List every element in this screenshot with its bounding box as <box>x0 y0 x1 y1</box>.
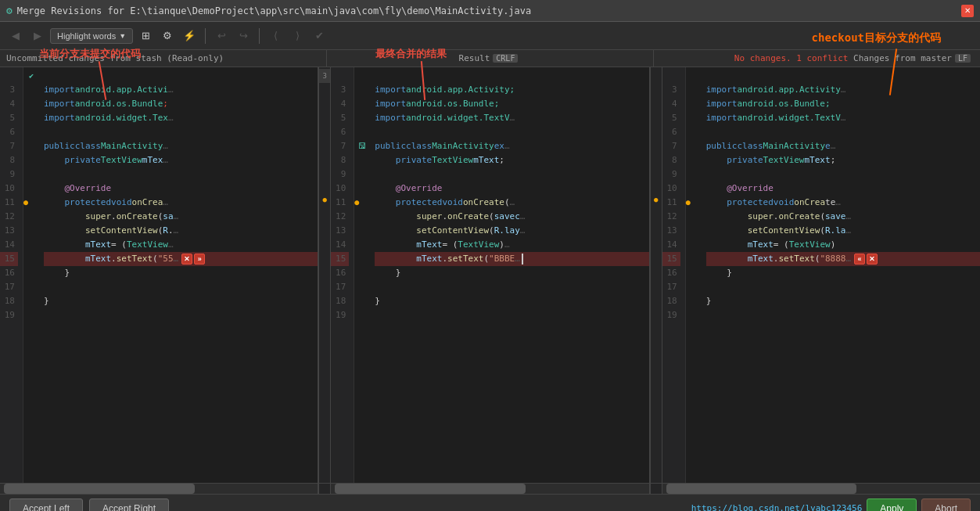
nav-prev-button[interactable]: ◀ <box>6 27 25 45</box>
status-middle: Result CRLF <box>327 50 654 67</box>
status-row: Uncommitted changes from stash (Read-onl… <box>0 50 980 67</box>
code-line: } <box>44 294 318 308</box>
highlight-words-label: Highlight words <box>57 31 116 41</box>
copy-right-button[interactable]: ⟩ <box>288 27 307 45</box>
code-line: mText = (TextView… <box>44 238 318 252</box>
abort-button[interactable]: Abort <box>921 498 971 512</box>
accept-right-left-btn[interactable]: « <box>854 254 865 264</box>
toolbar: ◀ ▶ Highlight words ▼ ⊞ ⚙ ⚡ ↩ ↪ ⟨ ⟩ ✔ <box>0 22 980 50</box>
conflict-info-text: No changes. 1 conflict <box>734 53 849 63</box>
right-code-content[interactable]: import android.app.Activity… import andr… <box>702 67 980 483</box>
code-line <box>44 280 318 294</box>
accept-right-button[interactable]: Accept Right <box>89 498 169 512</box>
middle-scrollbar[interactable] <box>331 484 649 494</box>
right-gutter-markers: ● <box>686 67 702 483</box>
code-line: } <box>706 294 980 308</box>
code-line: @Override <box>44 182 318 196</box>
accept-left-button[interactable]: Accept Left <box>9 498 83 512</box>
bottom-right-buttons: https://blog.csdn.net/lyabc123456 Apply … <box>691 498 971 512</box>
bottom-left-buttons: Accept Left Accept Right <box>9 498 169 512</box>
middle-code-content[interactable]: import android.app.Activity; import andr… <box>370 67 648 483</box>
nav-next-button[interactable]: ▶ <box>28 27 47 45</box>
status-left-text: Uncommitted changes from stash (Read-onl… <box>6 53 224 63</box>
code-line <box>44 167 318 182</box>
right-conflict-buttons: « ✕ <box>854 254 878 264</box>
code-line: super.onCreate(sa… <box>44 210 318 224</box>
accept-right-reject-btn[interactable]: ✕ <box>867 254 878 264</box>
code-line: super.onCreate(save… <box>706 210 980 224</box>
code-line: private TextView mText; <box>375 153 648 167</box>
right-code-area[interactable]: 3 4 5 6 7 8 9 10 11 12 13 14 15 16 17 18… <box>662 67 980 483</box>
grid-view-button[interactable]: ⊞ <box>136 27 155 45</box>
left-gutter: ✔ ● <box>23 67 39 483</box>
left-panel: 3 4 5 6 7 8 9 10 11 12 13 14 15 16 17 18… <box>0 67 318 483</box>
close-button[interactable]: ✕ <box>961 5 974 17</box>
window-title: Merge Revisions for E:\tianque\DemoProje… <box>17 5 961 16</box>
code-line: protected void onCreate(… <box>375 196 648 210</box>
code-line <box>44 308 318 322</box>
code-line: public class MainActivity ex… <box>375 139 648 153</box>
code-line <box>706 308 980 322</box>
code-line <box>44 69 318 83</box>
code-line <box>706 280 980 294</box>
left-code-area[interactable]: 3 4 5 6 7 8 9 10 11 12 13 14 15 16 17 18… <box>0 67 318 483</box>
toolbar-separator-2 <box>259 28 260 44</box>
right-panel: 3 4 5 6 7 8 9 10 11 12 13 14 15 16 17 18… <box>662 67 980 483</box>
undo-button[interactable]: ↩ <box>212 27 231 45</box>
code-line-conflict-middle: mText.setText("BBBE… <box>375 252 648 266</box>
code-line: import android.widget.Tex… <box>44 111 318 125</box>
left-scrollbar[interactable] <box>0 484 318 494</box>
code-line: } <box>375 266 648 280</box>
url-link[interactable]: https://blog.csdn.net/lyabc123456 <box>691 503 863 511</box>
code-line <box>706 125 980 139</box>
editor-area: 3 4 5 6 7 8 9 10 11 12 13 14 15 16 17 18… <box>0 67 980 483</box>
code-line: private TextView mText; <box>706 153 980 167</box>
code-line: import android.os.Bundle; <box>44 97 318 111</box>
code-line: import android.app.Activity; <box>375 83 648 97</box>
code-line <box>375 280 648 294</box>
code-line: setContentView(R.lay… <box>375 224 648 238</box>
left-line-numbers: 3 4 5 6 7 8 9 10 11 12 13 14 15 16 17 18… <box>0 67 23 483</box>
apply-button[interactable]: Apply <box>867 498 917 512</box>
code-line: mText = (TextView) … <box>375 238 648 252</box>
crlf-badge: CRLF <box>493 54 518 63</box>
code-line-conflict-left: mText.setText("55… ✕ » <box>44 252 318 266</box>
code-line: setContentView(R.… <box>44 224 318 238</box>
code-line: public class MainActivity e… <box>706 139 980 153</box>
code-line: import android.os.Bundle; <box>706 97 980 111</box>
dropdown-arrow-icon: ▼ <box>119 32 126 40</box>
code-line <box>375 167 648 182</box>
code-line <box>375 308 648 322</box>
redo-button[interactable]: ↪ <box>234 27 253 45</box>
code-line: import android.widget.TextV… <box>375 111 648 125</box>
status-right-panel-text: Changes from master <box>853 53 952 63</box>
code-line: } <box>375 294 648 308</box>
lf-badge: LF <box>955 54 971 63</box>
right-line-numbers: 3 4 5 6 7 8 9 10 11 12 13 14 15 16 17 18… <box>662 67 686 483</box>
settings-button[interactable]: ⚙ <box>158 27 177 45</box>
reject-left-conflict-btn[interactable]: » <box>194 254 205 264</box>
code-line: @Override <box>375 182 648 196</box>
copy-left-button[interactable]: ⟨ <box>266 27 285 45</box>
right-gutter: ● <box>650 67 662 483</box>
right-scrollbar[interactable] <box>662 484 980 494</box>
code-line <box>706 167 980 182</box>
app-icon: ⚙ <box>6 5 13 16</box>
code-line: import android.os.Bundle; <box>375 97 648 111</box>
action-button[interactable]: ⚡ <box>180 27 199 45</box>
scrollbar-area <box>0 483 980 494</box>
code-line: protected void onCreate… <box>706 196 980 210</box>
highlight-words-button[interactable]: Highlight words ▼ <box>50 28 133 44</box>
code-line-conflict-right: mText.setText("8888… « ✕ <box>706 252 980 266</box>
middle-code-area[interactable]: 3 4 5 6 7 8 9 10 11 12 13 14 15 16 17 18… <box>331 67 648 483</box>
code-line: import android.app.Activity… <box>706 83 980 97</box>
toolbar-separator-1 <box>205 28 206 44</box>
code-line: import android.widget.TextV… <box>706 111 980 125</box>
status-right: No changes. 1 conflict Changes from mast… <box>654 50 980 67</box>
code-line: private TextView mTex… <box>44 153 318 167</box>
code-line <box>375 69 648 83</box>
left-code-content[interactable]: import android.app.Activi… import androi… <box>39 67 318 483</box>
resolve-button[interactable]: ✔ <box>310 27 328 45</box>
accept-left-conflict-btn[interactable]: ✕ <box>181 254 192 264</box>
middle-line-numbers: 3 4 5 6 7 8 9 10 11 12 13 14 15 16 17 18… <box>331 67 354 483</box>
